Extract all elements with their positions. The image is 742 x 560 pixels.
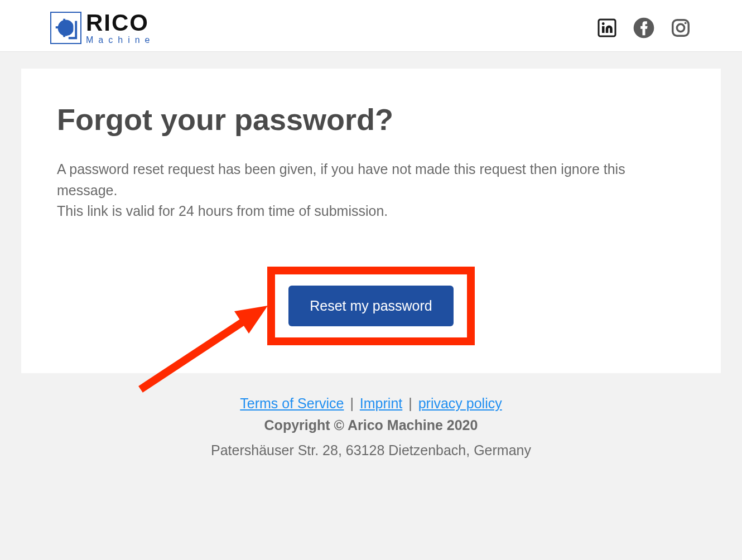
privacy-link[interactable]: privacy policy — [418, 395, 502, 411]
terms-link[interactable]: Terms of Service — [240, 395, 344, 411]
separator: | — [408, 395, 416, 411]
svg-point-6 — [602, 22, 605, 25]
social-links — [596, 17, 692, 39]
logo[interactable]: RICO Machine — [50, 11, 155, 45]
reset-password-button[interactable]: Reset my password — [288, 286, 454, 326]
footer-links: Terms of Service | Imprint | privacy pol… — [11, 395, 731, 412]
svg-rect-0 — [63, 19, 65, 23]
highlight-box: Reset my password — [267, 267, 475, 345]
svg-marker-12 — [234, 306, 268, 334]
cta-row: Reset my password — [57, 267, 685, 345]
brand-subtitle: Machine — [86, 36, 155, 45]
brand-name: RICO — [86, 11, 155, 35]
svg-point-10 — [685, 22, 687, 24]
imprint-link[interactable]: Imprint — [360, 395, 402, 411]
instagram-icon[interactable] — [669, 17, 692, 39]
body-paragraph-2: This link is valid for 24 hours from tim… — [57, 201, 685, 222]
facebook-icon[interactable] — [633, 17, 655, 39]
svg-rect-1 — [63, 33, 65, 37]
main-content: Forgot your password? A password reset r… — [21, 69, 721, 373]
logo-mark-icon — [50, 12, 81, 44]
copyright-text: Copyright © Arico Machine 2020 — [11, 417, 731, 433]
svg-point-9 — [677, 24, 684, 31]
address-text: Patershäuser Str. 28, 63128 Dietzenbach,… — [11, 442, 731, 458]
linkedin-icon[interactable] — [596, 17, 618, 39]
logo-text: RICO Machine — [86, 11, 155, 45]
header: RICO Machine — [0, 0, 742, 52]
svg-rect-2 — [56, 26, 60, 28]
svg-rect-5 — [602, 26, 605, 33]
body-paragraph-1: A password reset request has been given,… — [57, 159, 685, 201]
separator: | — [350, 395, 357, 411]
page-title: Forgot your password? — [57, 102, 685, 137]
footer: Terms of Service | Imprint | privacy pol… — [0, 373, 742, 492]
